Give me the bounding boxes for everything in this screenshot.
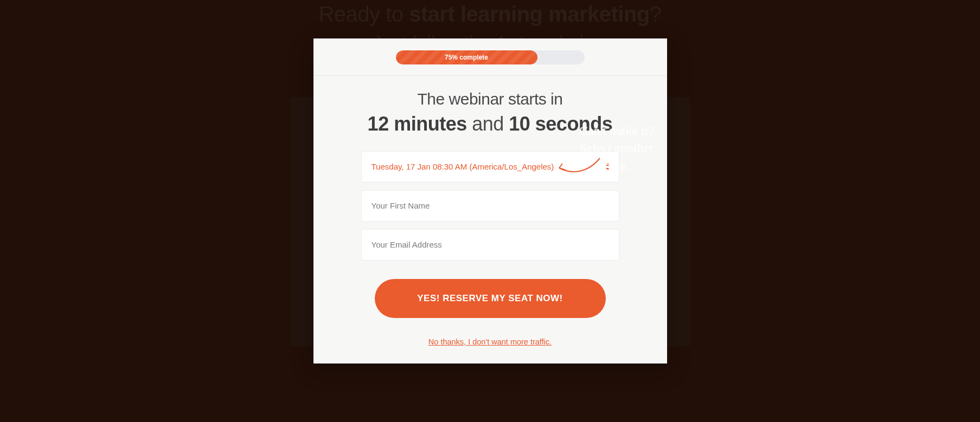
- first-name-input[interactable]: [371, 191, 609, 221]
- decline-link[interactable]: No thanks, I don't want more traffic.: [428, 337, 552, 346]
- progress-area: 75% complete: [313, 38, 667, 76]
- countdown-minutes: 12 minutes: [368, 113, 467, 135]
- annotation-line3: date.: [604, 159, 629, 173]
- email-input[interactable]: [371, 230, 609, 260]
- progress-fill: [396, 50, 537, 64]
- webinar-signup-modal: 75% complete The webinar starts in 12 mi…: [313, 38, 667, 363]
- progress-bar: 75% complete: [396, 50, 585, 64]
- first-name-field-wrap: [361, 190, 619, 222]
- annotation-line1: Can't make it?: [579, 124, 654, 138]
- annotation-line2: Select another: [580, 141, 654, 155]
- date-select-value: Tuesday, 17 Jan 08:30 AM (America/Los_An…: [371, 162, 554, 171]
- modal-body: The webinar starts in 12 minutes and 10 …: [313, 76, 667, 346]
- countdown-joiner: and: [467, 113, 509, 135]
- reserve-seat-button[interactable]: YES! RESERVE MY SEAT NOW!: [375, 279, 606, 318]
- email-field-wrap: [361, 229, 619, 261]
- annotation-text: Can't make it? Select another date.: [554, 122, 679, 174]
- signup-form: Tuesday, 17 Jan 08:30 AM (America/Los_An…: [346, 151, 635, 346]
- countdown-line1: The webinar starts in: [418, 90, 563, 108]
